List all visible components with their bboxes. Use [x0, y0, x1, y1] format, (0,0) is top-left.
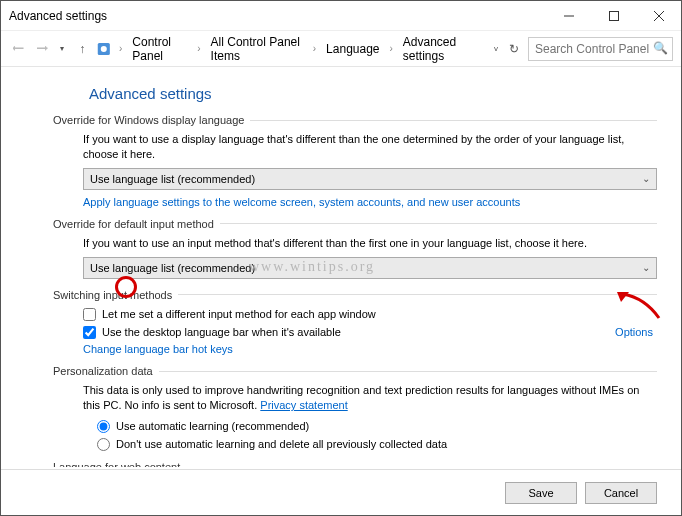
address-dropdown[interactable]: v — [491, 44, 501, 53]
save-button[interactable]: Save — [505, 482, 577, 504]
divider — [250, 120, 657, 121]
divider — [159, 371, 657, 372]
section4-desc: This data is only used to improve handwr… — [83, 383, 657, 413]
maximize-button[interactable] — [591, 1, 636, 31]
nav-bar: 🠔 🠖 ▾ ↑ › Control Panel › All Control Pa… — [1, 31, 681, 67]
section4-title: Personalization data — [53, 365, 153, 377]
chevron-right-icon: › — [195, 43, 202, 54]
cancel-button[interactable]: Cancel — [585, 482, 657, 504]
desktop-language-bar-checkbox-row[interactable]: Use the desktop language bar when it's a… — [83, 325, 615, 339]
display-language-dropdown[interactable]: Use language list (recommended)⌄ — [83, 168, 657, 190]
section2-title: Override for default input method — [53, 218, 214, 230]
apply-language-link[interactable]: Apply language settings to the welcome s… — [83, 196, 520, 208]
crumb-level3: Advanced settings — [401, 33, 479, 65]
section1-title: Override for Windows display language — [53, 114, 244, 126]
search-icon: 🔍 — [653, 41, 668, 55]
history-dropdown[interactable]: ▾ — [57, 44, 67, 53]
divider — [220, 223, 657, 224]
section1-desc: If you want to use a display language th… — [83, 132, 657, 162]
close-button[interactable] — [636, 1, 681, 31]
minimize-button[interactable] — [546, 1, 591, 31]
chevron-right-icon: › — [388, 43, 395, 54]
footer: Save Cancel — [1, 469, 681, 515]
svg-point-5 — [101, 45, 107, 51]
window-title: Advanced settings — [9, 9, 546, 23]
section5-title: Language for web content — [53, 461, 180, 467]
divider — [178, 294, 657, 295]
control-panel-icon — [97, 40, 111, 58]
up-button[interactable]: ↑ — [73, 37, 91, 61]
section3-title: Switching input methods — [53, 289, 172, 301]
hotkeys-link[interactable]: Change language bar hot keys — [83, 343, 233, 355]
svg-rect-1 — [609, 11, 618, 20]
crumb-root[interactable]: Control Panel — [130, 33, 189, 65]
content-area: Advanced settings Override for Windows d… — [1, 67, 681, 467]
no-learning-radio-row[interactable]: Don't use automatic learning and delete … — [97, 437, 657, 451]
crumb-level1[interactable]: All Control Panel Items — [209, 33, 305, 65]
input-method-dropdown[interactable]: Use language list (recommended)⌄ — [83, 257, 657, 279]
title-bar: Advanced settings — [1, 1, 681, 31]
auto-learning-radio[interactable] — [97, 420, 110, 433]
per-app-input-checkbox[interactable] — [83, 308, 96, 321]
per-app-input-checkbox-row[interactable]: Let me set a different input method for … — [83, 307, 657, 321]
search-input[interactable] — [528, 37, 673, 61]
refresh-button[interactable]: ↻ — [507, 42, 522, 56]
privacy-link[interactable]: Privacy statement — [260, 399, 347, 411]
forward-button[interactable]: 🠖 — [33, 37, 51, 61]
auto-learning-radio-row[interactable]: Use automatic learning (recommended) — [97, 419, 657, 433]
crumb-level2[interactable]: Language — [324, 40, 381, 58]
back-button[interactable]: 🠔 — [9, 37, 27, 61]
chevron-right-icon: › — [311, 43, 318, 54]
no-learning-radio[interactable] — [97, 438, 110, 451]
chevron-right-icon: › — [117, 43, 124, 54]
desktop-language-bar-checkbox[interactable] — [83, 326, 96, 339]
chevron-down-icon: ⌄ — [642, 173, 650, 184]
options-link[interactable]: Options — [615, 326, 653, 338]
section2-desc: If you want to use an input method that'… — [83, 236, 657, 251]
chevron-down-icon: ⌄ — [642, 262, 650, 273]
page-title: Advanced settings — [89, 85, 657, 102]
